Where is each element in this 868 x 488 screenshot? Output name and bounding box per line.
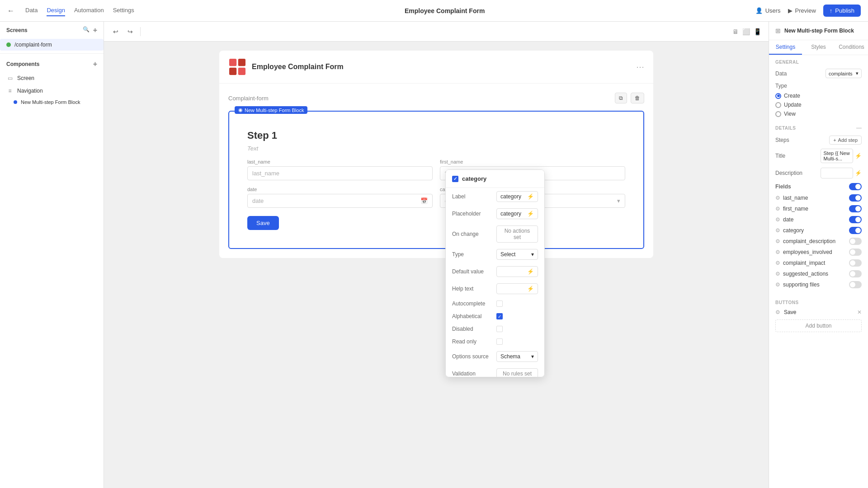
field-suggested-label: suggested_actions [783, 271, 846, 277]
type-chevron-icon: ▾ [531, 251, 534, 258]
gear-icon-impact[interactable]: ⚙ [775, 260, 780, 266]
form-dots[interactable]: ⋯ [636, 62, 644, 72]
description-input[interactable] [821, 168, 854, 178]
component-form-block[interactable]: New Multi-step Form Block [0, 97, 104, 107]
title-input[interactable]: Step {{ New Multi-s... [821, 149, 854, 163]
type-create-radio[interactable] [775, 93, 781, 99]
form-logo [228, 58, 246, 76]
field-employees-toggle[interactable] [849, 249, 862, 256]
publish-button[interactable]: ↑ Publish [823, 5, 861, 17]
remove-save-button[interactable]: ✕ [857, 309, 862, 315]
duplicate-button[interactable]: ⧉ [615, 93, 627, 103]
field-first-name: ⚙ first_name [769, 203, 868, 214]
bolt-icon-placeholder[interactable]: ⚡ [527, 211, 534, 217]
delete-button[interactable]: 🗑 [631, 93, 644, 103]
right-tabs: Settings Styles Conditions [769, 40, 868, 55]
gear-icon-supporting[interactable]: ⚙ [775, 282, 780, 288]
form-card-title: Employee Complaint Form [252, 63, 344, 71]
label-input[interactable]: category ⚡ [496, 191, 538, 202]
component-navigation[interactable]: ≡ Navigation [0, 84, 104, 97]
gear-icon-date[interactable]: ⚙ [775, 216, 780, 223]
add-screen-button[interactable]: + [93, 26, 97, 34]
fields-master-toggle[interactable] [849, 183, 862, 190]
type-label-row: Type [769, 80, 868, 91]
canvas-area: ↩ ↪ 🖥 ⬜ 📱 [104, 22, 769, 488]
last-name-field: last_name last_name [247, 159, 433, 180]
field-supporting-toggle[interactable] [849, 281, 862, 288]
save-button[interactable]: Save [247, 216, 279, 230]
data-select[interactable]: complaints ▾ [826, 69, 862, 78]
mobile-view-button[interactable]: 📱 [754, 28, 761, 35]
date-input[interactable]: date 📅 [247, 194, 433, 208]
no-actions-text[interactable]: No actions set [496, 225, 538, 243]
preview-action[interactable]: ▶ Preview [788, 7, 816, 14]
gear-icon-employees[interactable]: ⚙ [775, 249, 780, 255]
last-name-label: last_name [247, 159, 433, 164]
placeholder-input[interactable]: category ⚡ [496, 208, 538, 219]
gear-icon-save[interactable]: ⚙ [775, 309, 780, 315]
canvas-toolbar: ↩ ↪ 🖥 ⬜ 📱 [104, 22, 769, 42]
field-supporting-label: supporting files [783, 282, 846, 288]
search-icon[interactable]: 🔍 [83, 26, 90, 34]
gear-icon-last-name[interactable]: ⚙ [775, 195, 780, 201]
field-supporting-files: ⚙ supporting files [769, 279, 868, 290]
back-button[interactable]: ← [7, 7, 14, 15]
placeholder-value: category ⚡ [496, 208, 538, 219]
field-suggested-toggle[interactable] [849, 270, 862, 277]
screen-item-complaint[interactable]: /complaint-form [0, 39, 104, 51]
add-button-button[interactable]: Add button [775, 319, 862, 332]
field-panel-checkbox-checked[interactable]: ✓ [452, 176, 458, 182]
redo-button[interactable]: ↪ [126, 26, 135, 37]
nav-automation[interactable]: Automation [74, 5, 104, 16]
field-last-name-toggle[interactable] [849, 194, 862, 202]
undo-button[interactable]: ↩ [111, 26, 120, 37]
field-category-toggle[interactable] [849, 227, 862, 234]
on-change-value: No actions set [496, 225, 538, 243]
screens-header: Screens 🔍 + [0, 22, 104, 39]
field-complaint-desc-toggle[interactable] [849, 238, 862, 245]
component-screen[interactable]: ▭ Screen [0, 72, 104, 84]
date-placeholder: date [252, 197, 418, 204]
type-select[interactable]: Select ▾ [496, 249, 538, 258]
bolt-icon-description[interactable]: ⚡ [855, 170, 862, 176]
form-body: Complaint-form ⧉ 🗑 ◉ New Multi-step Form… [219, 84, 653, 258]
button-save-name: Save [784, 309, 854, 315]
title-value: Step {{ New Multi-s... [824, 150, 850, 161]
tab-settings[interactable]: Settings [769, 40, 802, 55]
field-first-name-toggle[interactable] [849, 205, 862, 212]
type-update-radio[interactable] [775, 102, 781, 108]
field-date-toggle[interactable] [849, 216, 862, 223]
last-name-input[interactable]: last_name [247, 166, 433, 180]
tab-styles[interactable]: Styles [802, 40, 835, 55]
gear-icon-complaint-desc[interactable]: ⚙ [775, 238, 780, 244]
gear-icon-suggested[interactable]: ⚙ [775, 271, 780, 277]
gear-icon-category[interactable]: ⚙ [775, 227, 780, 234]
type-view-radio[interactable] [775, 111, 781, 117]
field-panel-title: category [462, 175, 486, 182]
bolt-icon-title[interactable]: ⚡ [855, 153, 862, 159]
publish-label: Publish [835, 7, 854, 14]
field-impact-toggle[interactable] [849, 259, 862, 267]
type-create-label: Create [784, 93, 800, 99]
sidebar-divider [0, 53, 104, 54]
desktop-view-button[interactable]: 🖥 [732, 28, 739, 35]
nav-design[interactable]: Design [47, 5, 65, 16]
add-component-button[interactable]: + [93, 60, 97, 68]
field-complaint-description: ⚙ complaint_description [769, 236, 868, 247]
nav-settings[interactable]: Settings [113, 5, 134, 16]
chevron-down-icon: ▾ [617, 197, 620, 204]
tab-conditions[interactable]: Conditions [835, 40, 868, 55]
add-step-button[interactable]: + Add step [829, 136, 862, 145]
general-section-label: GENERAL [769, 55, 868, 66]
form-row-2: date date 📅 category [247, 187, 625, 208]
canvas-scroll[interactable]: Employee Complaint Form ⋯ Complaint-form… [104, 42, 769, 488]
users-action[interactable]: 👤 Users [755, 7, 781, 14]
add-step-label: Add step [838, 137, 858, 143]
data-value: complaints [829, 71, 853, 76]
type-select-text: Select [500, 251, 515, 258]
tablet-view-button[interactable]: ⬜ [742, 28, 750, 35]
bolt-icon-label[interactable]: ⚡ [527, 193, 534, 200]
gear-icon-first-name[interactable]: ⚙ [775, 206, 780, 212]
nav-data[interactable]: Data [25, 5, 38, 16]
collapse-icon[interactable]: — [856, 125, 862, 131]
